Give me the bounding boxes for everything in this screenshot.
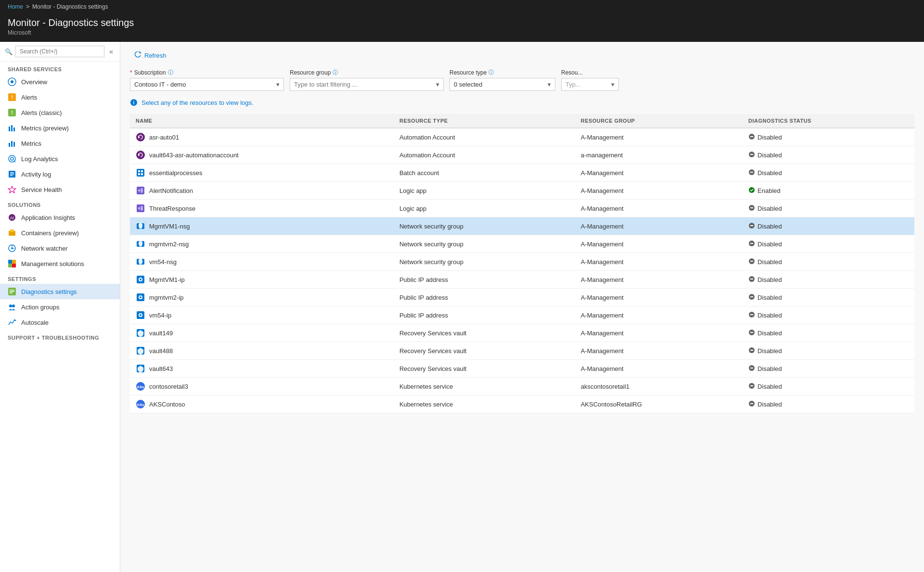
table-row[interactable]: vault149 Recovery Services vault A-Manag… (130, 324, 914, 342)
subscription-chevron: ▾ (276, 81, 280, 88)
resource-location-value: Typ... (565, 81, 581, 88)
automation-resource-icon (136, 132, 145, 142)
resource-group-select[interactable]: ▾ (290, 78, 444, 91)
status-text: Disabled (757, 152, 782, 159)
sidebar-item-service-health[interactable]: Service Health (0, 182, 120, 197)
table-row[interactable]: vm54-ip Public IP address A-Management D… (130, 306, 914, 324)
overview-label: Overview (21, 78, 47, 86)
refresh-button[interactable]: Refresh (130, 50, 170, 61)
batch-resource-icon (136, 168, 145, 178)
k8s-resource-icon: K8s (136, 399, 145, 409)
table-row[interactable]: MgmtVM1-nsg Network security group A-Man… (130, 217, 914, 235)
log-analytics-label: Log Analytics (21, 155, 58, 163)
resource-group-input[interactable] (294, 81, 436, 88)
sidebar-item-alerts[interactable]: ! Alerts (0, 89, 120, 105)
sidebar-item-app-insights[interactable]: AI Application Insights (0, 210, 120, 225)
cell-name: K8s contosoretail3 (130, 378, 394, 395)
subscription-select[interactable]: Contoso IT - demo ▾ (130, 78, 284, 91)
table-row[interactable]: vault488 Recovery Services vault A-Manag… (130, 342, 914, 360)
sidebar-item-containers[interactable]: Containers (preview) (0, 225, 120, 241)
table-row[interactable]: vault643-asr-automationaccount Automatio… (130, 146, 914, 164)
app-insights-icon: AI (8, 213, 16, 222)
resource-type-info-icon[interactable]: ⓘ (488, 69, 494, 76)
resource-name-text: vm54-nsg (149, 258, 177, 266)
logic-resource-icon (136, 186, 145, 195)
cell-resource-type: Kubernetes service (394, 395, 575, 413)
cell-name: vm54-ip (130, 306, 394, 324)
table-row[interactable]: AlertNotification Logic app A-Management… (130, 182, 914, 200)
resource-name-text: contosoretail3 (149, 383, 188, 390)
metrics-icon (8, 139, 16, 148)
table-row[interactable]: essentialprocesses Batch account A-Manag… (130, 164, 914, 182)
status-text: Disabled (757, 241, 782, 248)
cell-name: AlertNotification (130, 182, 394, 200)
status-icon (748, 222, 755, 230)
sidebar-item-metrics[interactable]: Metrics (0, 136, 120, 151)
resource-type-label-text: Resource type (449, 69, 487, 76)
status-text: Disabled (757, 276, 782, 283)
sidebar-item-alerts-classic[interactable]: ! Alerts (classic) (0, 105, 120, 120)
info-message-text: Select any of the resources to view logs… (141, 99, 254, 106)
sidebar-item-action-groups[interactable]: Action groups (0, 299, 120, 315)
status-icon (748, 382, 755, 391)
search-input[interactable] (15, 46, 104, 57)
table-row[interactable]: K8s contosoretail3 Kubernetes service ak… (130, 378, 914, 395)
nsg-resource-icon (136, 257, 145, 267)
table-row[interactable]: ThreatResponse Logic app A-Management Di… (130, 200, 914, 217)
pip-resource-icon (136, 292, 145, 302)
cell-resource-type: Kubernetes service (394, 378, 575, 395)
svg-point-83 (140, 296, 141, 298)
cell-status: Disabled (743, 164, 914, 182)
resource-name-text: vault643-asr-automationaccount (149, 152, 239, 159)
table-row[interactable]: asr-auto01 Automation Account A-Manageme… (130, 128, 914, 146)
cell-resource-type: Batch account (394, 164, 575, 182)
overview-icon (8, 77, 16, 86)
resource-name-text: mgmtvm2-ip (149, 294, 184, 301)
sidebar-item-metrics-preview[interactable]: Metrics (preview) (0, 120, 120, 136)
table-row[interactable]: vm54-nsg Network security group A-Manage… (130, 253, 914, 271)
status-text: Disabled (757, 258, 782, 266)
table-row[interactable]: MgmtVM1-ip Public IP address A-Managemen… (130, 271, 914, 289)
cell-resource-group: A-Management (575, 306, 743, 324)
status-icon (748, 365, 755, 373)
cell-name: asr-auto01 (130, 128, 394, 146)
svg-point-41 (136, 133, 145, 141)
rsv-resource-icon (136, 346, 145, 356)
rsv-resource-icon (136, 328, 145, 338)
cell-resource-type: Recovery Services vault (394, 342, 575, 360)
cell-status: Disabled (743, 128, 914, 146)
cell-resource-type: Recovery Services vault (394, 324, 575, 342)
cell-resource-type: Automation Account (394, 128, 575, 146)
cell-resource-group: A-Management (575, 342, 743, 360)
sidebar-item-network-watcher[interactable]: Network watcher (0, 241, 120, 256)
rsv-resource-icon (136, 364, 145, 373)
resource-type-select[interactable]: 0 selected ▾ (449, 78, 555, 91)
resource-group-info-icon[interactable]: ⓘ (333, 69, 338, 76)
breadcrumb-home[interactable]: Home (8, 3, 23, 10)
svg-rect-22 (10, 229, 14, 232)
sidebar-item-log-analytics[interactable]: Log Analytics (0, 151, 120, 166)
sidebar-item-autoscale[interactable]: Autoscale (0, 315, 120, 330)
containers-icon (8, 229, 16, 237)
action-groups-icon (8, 303, 16, 311)
table-row[interactable]: mgmtvm2-nsg Network security group A-Man… (130, 235, 914, 253)
table-row[interactable]: K8s AKSContoso Kubernetes service AKSCon… (130, 395, 914, 413)
subscription-label-text: Subscription (134, 69, 166, 76)
table-row[interactable]: vault643 Recovery Services vault A-Manag… (130, 360, 914, 378)
svg-rect-11 (13, 142, 15, 147)
resource-location-select[interactable]: Typ... ▾ (561, 78, 619, 91)
sidebar-item-mgmt-solutions[interactable]: Management solutions (0, 256, 120, 271)
sidebar-item-activity-log[interactable]: Activity log (0, 166, 120, 182)
collapse-icon[interactable]: « (107, 47, 115, 56)
page-subtitle: Microsoft (8, 29, 916, 36)
cell-status: Disabled (743, 360, 914, 378)
metrics-label: Metrics (21, 140, 41, 147)
sidebar-item-overview[interactable]: Overview (0, 74, 120, 89)
subscription-info-icon[interactable]: ⓘ (168, 69, 173, 76)
content-area: Refresh * Subscription ⓘ Contoso IT - de… (120, 42, 924, 572)
sidebar-item-diagnostics-settings[interactable]: Diagnostics settings (0, 284, 120, 299)
page-header: Monitor - Diagnostics settings Microsoft (0, 13, 924, 42)
table-row[interactable]: mgmtvm2-ip Public IP address A-Managemen… (130, 289, 914, 306)
svg-rect-52 (138, 173, 140, 175)
status-icon (748, 293, 755, 302)
